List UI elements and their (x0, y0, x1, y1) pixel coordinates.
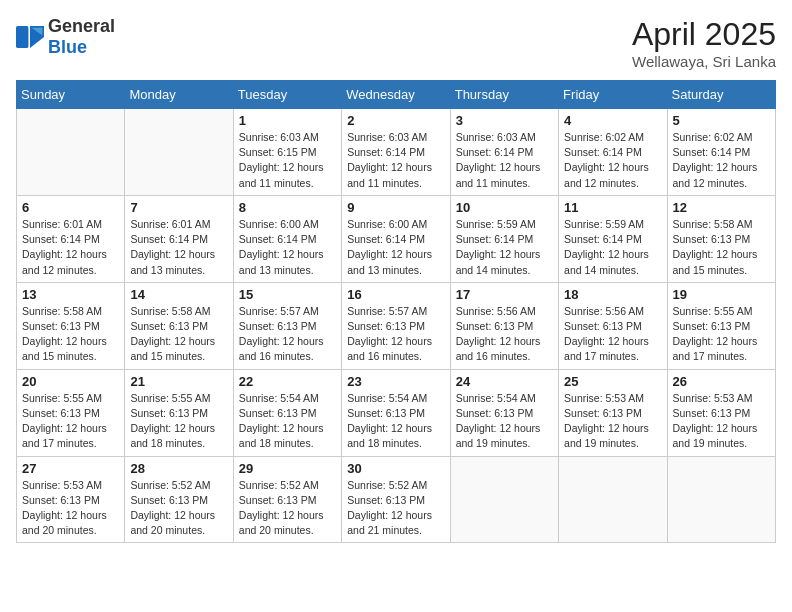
month-title: April 2025 (632, 16, 776, 53)
calendar-cell: 6Sunrise: 6:01 AM Sunset: 6:14 PM Daylig… (17, 195, 125, 282)
day-info: Sunrise: 5:55 AM Sunset: 6:13 PM Dayligh… (673, 304, 770, 365)
day-number: 30 (347, 461, 444, 476)
day-info: Sunrise: 6:01 AM Sunset: 6:14 PM Dayligh… (22, 217, 119, 278)
calendar-cell (667, 456, 775, 543)
calendar-cell: 11Sunrise: 5:59 AM Sunset: 6:14 PM Dayli… (559, 195, 667, 282)
day-number: 7 (130, 200, 227, 215)
day-info: Sunrise: 5:52 AM Sunset: 6:13 PM Dayligh… (347, 478, 444, 539)
week-row-2: 6Sunrise: 6:01 AM Sunset: 6:14 PM Daylig… (17, 195, 776, 282)
week-row-4: 20Sunrise: 5:55 AM Sunset: 6:13 PM Dayli… (17, 369, 776, 456)
calendar-cell: 10Sunrise: 5:59 AM Sunset: 6:14 PM Dayli… (450, 195, 558, 282)
weekday-header-monday: Monday (125, 81, 233, 109)
day-info: Sunrise: 5:58 AM Sunset: 6:13 PM Dayligh… (673, 217, 770, 278)
calendar-cell: 27Sunrise: 5:53 AM Sunset: 6:13 PM Dayli… (17, 456, 125, 543)
day-number: 1 (239, 113, 336, 128)
calendar-cell: 8Sunrise: 6:00 AM Sunset: 6:14 PM Daylig… (233, 195, 341, 282)
logo-blue: Blue (48, 37, 87, 57)
day-info: Sunrise: 5:55 AM Sunset: 6:13 PM Dayligh… (130, 391, 227, 452)
day-number: 6 (22, 200, 119, 215)
calendar-cell: 25Sunrise: 5:53 AM Sunset: 6:13 PM Dayli… (559, 369, 667, 456)
day-number: 28 (130, 461, 227, 476)
calendar-cell (125, 109, 233, 196)
day-info: Sunrise: 5:52 AM Sunset: 6:13 PM Dayligh… (239, 478, 336, 539)
day-number: 10 (456, 200, 553, 215)
weekday-header-friday: Friday (559, 81, 667, 109)
calendar-table: SundayMondayTuesdayWednesdayThursdayFrid… (16, 80, 776, 543)
day-info: Sunrise: 5:56 AM Sunset: 6:13 PM Dayligh… (456, 304, 553, 365)
calendar-cell: 21Sunrise: 5:55 AM Sunset: 6:13 PM Dayli… (125, 369, 233, 456)
weekday-header-thursday: Thursday (450, 81, 558, 109)
day-info: Sunrise: 6:01 AM Sunset: 6:14 PM Dayligh… (130, 217, 227, 278)
day-info: Sunrise: 5:54 AM Sunset: 6:13 PM Dayligh… (239, 391, 336, 452)
calendar-cell (17, 109, 125, 196)
day-info: Sunrise: 5:54 AM Sunset: 6:13 PM Dayligh… (456, 391, 553, 452)
calendar-cell: 9Sunrise: 6:00 AM Sunset: 6:14 PM Daylig… (342, 195, 450, 282)
day-number: 24 (456, 374, 553, 389)
calendar-cell: 22Sunrise: 5:54 AM Sunset: 6:13 PM Dayli… (233, 369, 341, 456)
day-number: 3 (456, 113, 553, 128)
day-info: Sunrise: 5:59 AM Sunset: 6:14 PM Dayligh… (564, 217, 661, 278)
day-number: 27 (22, 461, 119, 476)
calendar-cell: 20Sunrise: 5:55 AM Sunset: 6:13 PM Dayli… (17, 369, 125, 456)
calendar-cell: 28Sunrise: 5:52 AM Sunset: 6:13 PM Dayli… (125, 456, 233, 543)
calendar-cell: 1Sunrise: 6:03 AM Sunset: 6:15 PM Daylig… (233, 109, 341, 196)
day-number: 21 (130, 374, 227, 389)
week-row-3: 13Sunrise: 5:58 AM Sunset: 6:13 PM Dayli… (17, 282, 776, 369)
calendar-cell: 16Sunrise: 5:57 AM Sunset: 6:13 PM Dayli… (342, 282, 450, 369)
logo-icon (16, 26, 44, 48)
logo: General Blue (16, 16, 115, 58)
day-number: 25 (564, 374, 661, 389)
calendar-cell: 13Sunrise: 5:58 AM Sunset: 6:13 PM Dayli… (17, 282, 125, 369)
calendar-cell: 23Sunrise: 5:54 AM Sunset: 6:13 PM Dayli… (342, 369, 450, 456)
day-number: 19 (673, 287, 770, 302)
day-info: Sunrise: 6:03 AM Sunset: 6:14 PM Dayligh… (347, 130, 444, 191)
day-info: Sunrise: 6:03 AM Sunset: 6:14 PM Dayligh… (456, 130, 553, 191)
day-number: 20 (22, 374, 119, 389)
calendar-cell: 19Sunrise: 5:55 AM Sunset: 6:13 PM Dayli… (667, 282, 775, 369)
week-row-5: 27Sunrise: 5:53 AM Sunset: 6:13 PM Dayli… (17, 456, 776, 543)
day-info: Sunrise: 5:58 AM Sunset: 6:13 PM Dayligh… (130, 304, 227, 365)
day-info: Sunrise: 5:53 AM Sunset: 6:13 PM Dayligh… (673, 391, 770, 452)
day-number: 17 (456, 287, 553, 302)
day-info: Sunrise: 6:00 AM Sunset: 6:14 PM Dayligh… (239, 217, 336, 278)
day-info: Sunrise: 5:57 AM Sunset: 6:13 PM Dayligh… (239, 304, 336, 365)
calendar-cell (450, 456, 558, 543)
location-title: Wellawaya, Sri Lanka (632, 53, 776, 70)
day-info: Sunrise: 5:57 AM Sunset: 6:13 PM Dayligh… (347, 304, 444, 365)
day-info: Sunrise: 5:55 AM Sunset: 6:13 PM Dayligh… (22, 391, 119, 452)
day-number: 2 (347, 113, 444, 128)
day-number: 4 (564, 113, 661, 128)
day-number: 15 (239, 287, 336, 302)
day-info: Sunrise: 5:52 AM Sunset: 6:13 PM Dayligh… (130, 478, 227, 539)
day-info: Sunrise: 6:02 AM Sunset: 6:14 PM Dayligh… (673, 130, 770, 191)
day-number: 16 (347, 287, 444, 302)
day-number: 12 (673, 200, 770, 215)
calendar-cell: 17Sunrise: 5:56 AM Sunset: 6:13 PM Dayli… (450, 282, 558, 369)
day-number: 5 (673, 113, 770, 128)
weekday-header-wednesday: Wednesday (342, 81, 450, 109)
page-header: General Blue April 2025 Wellawaya, Sri L… (16, 16, 776, 70)
weekday-header-row: SundayMondayTuesdayWednesdayThursdayFrid… (17, 81, 776, 109)
calendar-cell: 14Sunrise: 5:58 AM Sunset: 6:13 PM Dayli… (125, 282, 233, 369)
day-info: Sunrise: 6:00 AM Sunset: 6:14 PM Dayligh… (347, 217, 444, 278)
day-info: Sunrise: 5:53 AM Sunset: 6:13 PM Dayligh… (22, 478, 119, 539)
calendar-cell: 4Sunrise: 6:02 AM Sunset: 6:14 PM Daylig… (559, 109, 667, 196)
day-info: Sunrise: 5:58 AM Sunset: 6:13 PM Dayligh… (22, 304, 119, 365)
weekday-header-tuesday: Tuesday (233, 81, 341, 109)
day-number: 14 (130, 287, 227, 302)
calendar-cell: 18Sunrise: 5:56 AM Sunset: 6:13 PM Dayli… (559, 282, 667, 369)
day-number: 22 (239, 374, 336, 389)
title-area: April 2025 Wellawaya, Sri Lanka (632, 16, 776, 70)
day-info: Sunrise: 6:02 AM Sunset: 6:14 PM Dayligh… (564, 130, 661, 191)
day-info: Sunrise: 6:03 AM Sunset: 6:15 PM Dayligh… (239, 130, 336, 191)
day-info: Sunrise: 5:53 AM Sunset: 6:13 PM Dayligh… (564, 391, 661, 452)
calendar-cell: 3Sunrise: 6:03 AM Sunset: 6:14 PM Daylig… (450, 109, 558, 196)
calendar-cell (559, 456, 667, 543)
logo-text: General Blue (48, 16, 115, 58)
weekday-header-saturday: Saturday (667, 81, 775, 109)
calendar-cell: 26Sunrise: 5:53 AM Sunset: 6:13 PM Dayli… (667, 369, 775, 456)
weekday-header-sunday: Sunday (17, 81, 125, 109)
day-number: 23 (347, 374, 444, 389)
calendar-cell: 30Sunrise: 5:52 AM Sunset: 6:13 PM Dayli… (342, 456, 450, 543)
day-number: 8 (239, 200, 336, 215)
